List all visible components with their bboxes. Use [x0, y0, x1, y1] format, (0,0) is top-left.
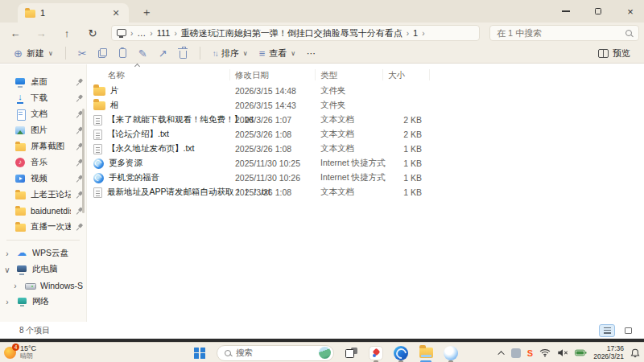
tray-app-icon[interactable]: [511, 348, 521, 358]
sidebar-item-pictures[interactable]: 图片: [0, 122, 86, 138]
text-file-icon: [93, 130, 102, 140]
column-header-date[interactable]: 修改日期: [230, 69, 316, 80]
refresh-button[interactable]: ↻: [85, 27, 100, 39]
sidebar-item-this-pc[interactable]: ∨ 此电脑: [0, 261, 86, 278]
maximize-button[interactable]: [591, 4, 605, 19]
hidden-icons-chevron[interactable]: [497, 351, 504, 357]
tab-title: 1: [40, 8, 105, 18]
icons-view-button[interactable]: [620, 324, 636, 337]
details-view-button[interactable]: [599, 324, 615, 337]
text-file-icon: [93, 187, 102, 198]
file-row[interactable]: 最新地址及APP请发邮箱自动获取！！！.txt 2025/3/26 1:08 文…: [87, 185, 644, 200]
edge-browser-button[interactable]: [393, 344, 409, 362]
network-icon: [16, 296, 27, 307]
close-button[interactable]: ×: [623, 4, 638, 19]
sidebar-item-windows-ssd[interactable]: › Windows-SSD: [0, 278, 86, 294]
window-body: 桌面 下载 文档 图片: [0, 64, 644, 322]
sidebar-item-documents[interactable]: 文档: [0, 106, 86, 122]
chevron-right-icon[interactable]: ›: [3, 298, 11, 306]
system-tray: S 17:36 2026/3/21: [500, 343, 640, 362]
taskbar-clock[interactable]: 17:36 2026/3/21: [593, 345, 624, 360]
weather-widget[interactable]: 4 15°C 晴朗: [4, 344, 36, 360]
sidebar-item-desktop[interactable]: 桌面: [0, 74, 86, 90]
sidebar-item-folder[interactable]: 上老王论坛当: [0, 187, 86, 203]
cut-button[interactable]: ✂: [72, 44, 93, 62]
wifi-icon[interactable]: [539, 348, 551, 357]
pictures-icon: [14, 125, 26, 136]
sidebar-item-folder[interactable]: baidunetdisk: [0, 203, 86, 219]
breadcrumb-item[interactable]: 重磅迷玩江南媳妇第一弹！倒挂口交抽脸辱骂十分有看点: [181, 27, 402, 39]
volume-muted-icon[interactable]: [557, 348, 568, 357]
sort-button[interactable]: ↑↓ 排序 ∨: [207, 44, 254, 62]
copy-button[interactable]: [93, 44, 113, 62]
sidebar-scrollbar[interactable]: [82, 109, 85, 213]
sidebar-item-screenshots[interactable]: 屏幕截图: [0, 138, 86, 154]
file-explorer-button[interactable]: [418, 344, 434, 362]
new-tab-button[interactable]: ＋: [138, 5, 155, 21]
file-list: 名称 修改日期 类型 大小 片 2026/3/15 14:48 文件夹 相 20…: [87, 64, 644, 322]
videos-icon: [14, 173, 26, 184]
sidebar-item-downloads[interactable]: 下载: [0, 90, 86, 106]
back-button[interactable]: ←: [8, 27, 23, 39]
tab-strip: 1 ✕ ＋ ×: [0, 0, 644, 23]
file-row[interactable]: 【来了就能下载和观看！纯免费！】.txt 2025/3/26 1:07 文本文档…: [87, 113, 644, 127]
chevron-right-icon[interactable]: ›: [3, 249, 11, 258]
browser-app-button[interactable]: [443, 344, 459, 362]
file-row[interactable]: 片 2026/3/15 14:48 文件夹: [87, 84, 644, 98]
file-row[interactable]: 【论坛介绍】.txt 2025/3/26 1:08 文本文档 2 KB: [87, 127, 644, 142]
taskbar-search[interactable]: 搜索: [217, 345, 334, 361]
weather-temperature: 15°C: [20, 344, 36, 352]
paste-button[interactable]: [113, 44, 133, 62]
battery-icon[interactable]: [575, 349, 587, 356]
sidebar-item-music[interactable]: 音乐: [0, 154, 86, 171]
taskbar-search-placeholder: 搜索: [236, 348, 314, 359]
window-controls: ×: [559, 0, 638, 23]
file-row[interactable]: 更多资源 2025/11/30 10:25 Internet 快捷方式 1 KB: [87, 156, 644, 171]
chevron-down-icon: ∨: [291, 50, 295, 57]
search-input[interactable]: 在 1 中搜索: [489, 25, 639, 41]
file-row[interactable]: 相 2026/3/15 14:43 文件夹: [87, 98, 644, 113]
breadcrumb-item[interactable]: 111: [157, 28, 171, 38]
chevron-down-icon: ∨: [48, 50, 53, 57]
input-method-icon[interactable]: S: [527, 348, 533, 358]
column-header-type[interactable]: 类型: [316, 69, 383, 80]
divider: [200, 47, 200, 60]
breadcrumb-ellipsis[interactable]: …: [137, 28, 146, 38]
pinned-app-button[interactable]: [368, 344, 384, 362]
minimize-button[interactable]: [559, 4, 573, 19]
notifications-bell-icon[interactable]: [630, 348, 640, 358]
sidebar-item-videos[interactable]: 视频: [0, 171, 86, 187]
chevron-right-icon[interactable]: ›: [11, 282, 19, 290]
chevron-down-icon[interactable]: ∨: [3, 265, 11, 274]
sun-icon: 4: [4, 347, 16, 359]
breadcrumb-item[interactable]: 1: [413, 28, 418, 38]
file-row[interactable]: 手机党的福音 2025/11/30 10:26 Internet 快捷方式 1 …: [87, 171, 644, 185]
more-button[interactable]: ⋯: [301, 44, 321, 62]
share-button[interactable]: ↗: [153, 44, 173, 62]
chevron-right-icon: ›: [150, 29, 152, 38]
column-header-size[interactable]: 大小: [383, 69, 430, 80]
up-button[interactable]: ↑: [60, 27, 74, 39]
breadcrumb[interactable]: › … › 111 › 重磅迷玩江南媳妇第一弹！倒挂口交抽脸辱骂十分有看点 › …: [111, 25, 480, 41]
pin-icon: [76, 94, 83, 103]
view-button[interactable]: ≡ 查看 ∨: [254, 44, 301, 62]
folder-icon: [14, 189, 26, 200]
task-view-button[interactable]: [343, 344, 359, 362]
sidebar-item-folder[interactable]: 直播一次迷奸: [0, 219, 86, 235]
file-row[interactable]: 【永久地址发布页】.txt 2025/3/26 1:08 文本文档 1 KB: [87, 142, 644, 156]
tab-close-icon[interactable]: ✕: [109, 6, 122, 19]
trash-icon: [180, 51, 187, 59]
folder-icon: [14, 141, 26, 152]
column-header-name[interactable]: 名称: [87, 69, 230, 80]
sidebar-item-wps-cloud[interactable]: › WPS云盘: [0, 245, 86, 261]
chevron-down-icon: ∨: [243, 50, 248, 57]
new-button[interactable]: ⊕ 新建 ∨: [8, 44, 59, 62]
preview-button[interactable]: 预览: [592, 44, 636, 62]
rename-button[interactable]: ✎: [133, 44, 153, 62]
forward-button[interactable]: →: [34, 27, 48, 39]
explorer-tab[interactable]: 1 ✕: [18, 3, 129, 23]
sidebar-item-network[interactable]: › 网络: [0, 294, 86, 310]
preview-pane-icon: [598, 49, 609, 58]
start-button[interactable]: [192, 344, 208, 362]
delete-button[interactable]: [173, 44, 193, 62]
